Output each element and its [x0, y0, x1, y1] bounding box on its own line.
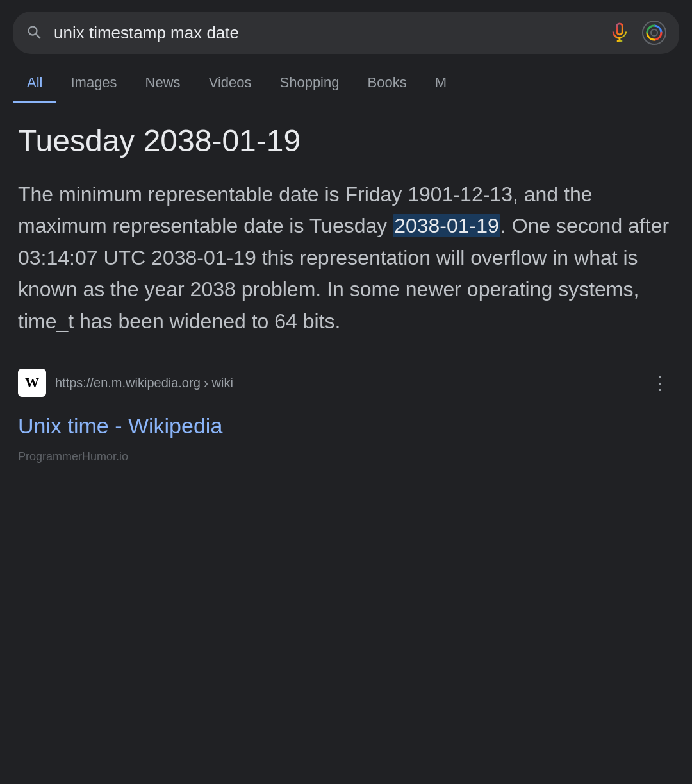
search-right-icons [609, 21, 666, 45]
result-container: Tuesday 2038-01-19 The minimum represent… [0, 103, 692, 440]
result-link-title[interactable]: Unix time - Wikipedia [18, 412, 674, 440]
wikipedia-icon: W [18, 369, 46, 397]
search-input[interactable] [54, 23, 598, 43]
result-date-title: Tuesday 2038-01-19 [18, 122, 674, 160]
tab-books[interactable]: Books [353, 63, 420, 103]
tab-news[interactable]: News [131, 63, 195, 103]
source-container: W https://en.m.wikipedia.org › wiki ⋮ [18, 361, 674, 405]
more-options-button[interactable]: ⋮ [646, 367, 674, 399]
result-body-text: The minimum representable date is Friday… [18, 179, 674, 338]
tab-more[interactable]: M [421, 63, 461, 103]
tab-videos[interactable]: Videos [195, 63, 266, 103]
search-bar [13, 12, 679, 54]
source-left: W https://en.m.wikipedia.org › wiki [18, 369, 233, 397]
watermark: ProgrammerHumor.io [0, 440, 692, 474]
search-icon [26, 24, 44, 42]
source-url: https://en.m.wikipedia.org › wiki [55, 376, 233, 390]
svg-rect-0 [643, 21, 666, 44]
tab-images[interactable]: Images [56, 63, 131, 103]
highlight-date: 2038-01-19 [393, 214, 500, 237]
tab-all[interactable]: All [13, 63, 56, 103]
search-bar-container [0, 0, 692, 63]
voice-search-button[interactable] [609, 22, 630, 44]
lens-search-button[interactable] [642, 21, 666, 45]
tab-shopping[interactable]: Shopping [266, 63, 354, 103]
svg-point-1 [651, 29, 657, 36]
search-tabs: All Images News Videos Shopping Books M [0, 63, 692, 103]
